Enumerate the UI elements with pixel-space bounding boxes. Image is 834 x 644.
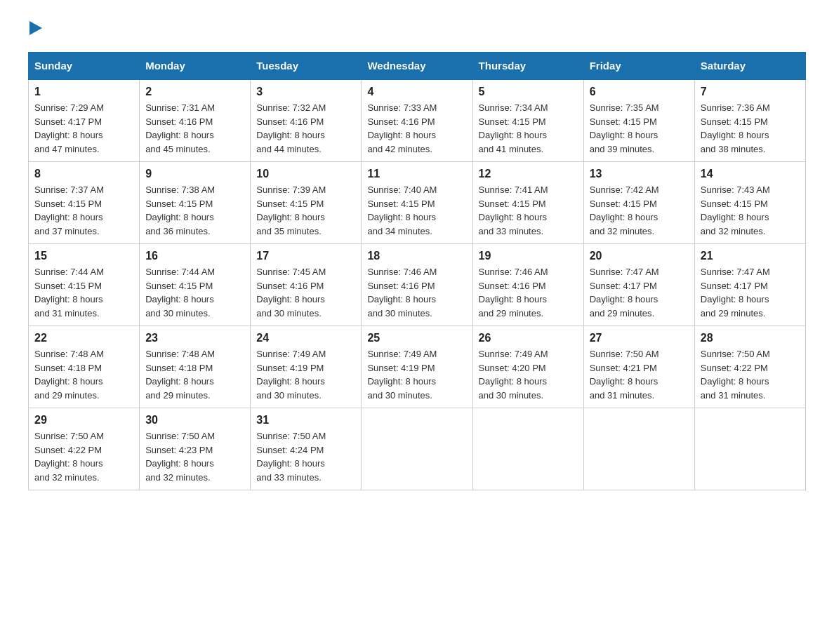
day-number: 11 (367, 168, 466, 180)
svg-marker-0 (29, 21, 42, 35)
day-cell-23: 23 Sunrise: 7:48 AM Sunset: 4:18 PM Dayl… (140, 326, 251, 408)
day-number: 3 (256, 86, 355, 98)
day-info: Sunrise: 7:50 AM Sunset: 4:24 PM Dayligh… (256, 429, 355, 484)
day-cell-18: 18 Sunrise: 7:46 AM Sunset: 4:16 PM Dayl… (362, 244, 472, 326)
day-number: 19 (479, 250, 578, 262)
day-cell-12: 12 Sunrise: 7:41 AM Sunset: 4:15 PM Dayl… (472, 162, 583, 244)
weekday-header-tuesday: Tuesday (251, 53, 362, 80)
weekday-header-row: SundayMondayTuesdayWednesdayThursdayFrid… (29, 53, 806, 80)
day-number: 21 (701, 250, 800, 262)
day-number: 5 (479, 86, 578, 98)
day-info: Sunrise: 7:46 AM Sunset: 4:16 PM Dayligh… (367, 265, 466, 320)
day-number: 8 (34, 168, 133, 180)
day-info: Sunrise: 7:49 AM Sunset: 4:19 PM Dayligh… (256, 347, 355, 402)
day-cell-1: 1 Sunrise: 7:29 AM Sunset: 4:17 PM Dayli… (29, 79, 140, 162)
calendar-table: SundayMondayTuesdayWednesdayThursdayFrid… (28, 52, 806, 490)
day-info: Sunrise: 7:41 AM Sunset: 4:15 PM Dayligh… (479, 183, 578, 238)
day-cell-19: 19 Sunrise: 7:46 AM Sunset: 4:16 PM Dayl… (472, 244, 583, 326)
weekday-header-wednesday: Wednesday (362, 53, 472, 80)
day-number: 13 (590, 168, 689, 180)
empty-cell (472, 408, 583, 490)
day-number: 24 (256, 332, 355, 344)
day-cell-11: 11 Sunrise: 7:40 AM Sunset: 4:15 PM Dayl… (362, 162, 472, 244)
day-info: Sunrise: 7:35 AM Sunset: 4:15 PM Dayligh… (590, 101, 689, 156)
day-number: 7 (701, 86, 800, 98)
day-cell-13: 13 Sunrise: 7:42 AM Sunset: 4:15 PM Dayl… (583, 162, 694, 244)
day-number: 28 (701, 332, 800, 344)
day-number: 27 (590, 332, 689, 344)
empty-cell (362, 408, 472, 490)
page-header (28, 21, 806, 38)
day-number: 1 (34, 86, 133, 98)
day-number: 25 (367, 332, 466, 344)
day-cell-24: 24 Sunrise: 7:49 AM Sunset: 4:19 PM Dayl… (251, 326, 362, 408)
day-cell-31: 31 Sunrise: 7:50 AM Sunset: 4:24 PM Dayl… (251, 408, 362, 490)
day-cell-6: 6 Sunrise: 7:35 AM Sunset: 4:15 PM Dayli… (583, 79, 694, 162)
day-number: 16 (145, 250, 244, 262)
day-info: Sunrise: 7:42 AM Sunset: 4:15 PM Dayligh… (590, 183, 689, 238)
day-info: Sunrise: 7:33 AM Sunset: 4:16 PM Dayligh… (367, 101, 466, 156)
day-cell-10: 10 Sunrise: 7:39 AM Sunset: 4:15 PM Dayl… (251, 162, 362, 244)
day-info: Sunrise: 7:38 AM Sunset: 4:15 PM Dayligh… (145, 183, 244, 238)
day-info: Sunrise: 7:50 AM Sunset: 4:23 PM Dayligh… (145, 429, 244, 484)
day-cell-29: 29 Sunrise: 7:50 AM Sunset: 4:22 PM Dayl… (29, 408, 140, 490)
week-row-3: 15 Sunrise: 7:44 AM Sunset: 4:15 PM Dayl… (29, 244, 806, 326)
day-number: 4 (367, 86, 466, 98)
day-info: Sunrise: 7:39 AM Sunset: 4:15 PM Dayligh… (256, 183, 355, 238)
empty-cell (694, 408, 805, 490)
day-cell-30: 30 Sunrise: 7:50 AM Sunset: 4:23 PM Dayl… (140, 408, 251, 490)
day-cell-8: 8 Sunrise: 7:37 AM Sunset: 4:15 PM Dayli… (29, 162, 140, 244)
day-cell-14: 14 Sunrise: 7:43 AM Sunset: 4:15 PM Dayl… (694, 162, 805, 244)
day-cell-16: 16 Sunrise: 7:44 AM Sunset: 4:15 PM Dayl… (140, 244, 251, 326)
day-info: Sunrise: 7:46 AM Sunset: 4:16 PM Dayligh… (479, 265, 578, 320)
day-info: Sunrise: 7:44 AM Sunset: 4:15 PM Dayligh… (145, 265, 244, 320)
empty-cell (583, 408, 694, 490)
day-cell-21: 21 Sunrise: 7:47 AM Sunset: 4:17 PM Dayl… (694, 244, 805, 326)
day-number: 30 (145, 414, 244, 427)
day-cell-9: 9 Sunrise: 7:38 AM Sunset: 4:15 PM Dayli… (140, 162, 251, 244)
day-number: 29 (34, 414, 133, 427)
day-info: Sunrise: 7:48 AM Sunset: 4:18 PM Dayligh… (145, 347, 244, 402)
day-cell-2: 2 Sunrise: 7:31 AM Sunset: 4:16 PM Dayli… (140, 79, 251, 162)
day-info: Sunrise: 7:37 AM Sunset: 4:15 PM Dayligh… (34, 183, 133, 238)
logo (28, 21, 42, 38)
day-info: Sunrise: 7:47 AM Sunset: 4:17 PM Dayligh… (590, 265, 689, 320)
weekday-header-monday: Monday (140, 53, 251, 80)
day-info: Sunrise: 7:29 AM Sunset: 4:17 PM Dayligh… (34, 101, 133, 156)
day-number: 23 (145, 332, 244, 344)
day-cell-22: 22 Sunrise: 7:48 AM Sunset: 4:18 PM Dayl… (29, 326, 140, 408)
day-info: Sunrise: 7:48 AM Sunset: 4:18 PM Dayligh… (34, 347, 133, 402)
day-info: Sunrise: 7:47 AM Sunset: 4:17 PM Dayligh… (701, 265, 800, 320)
day-info: Sunrise: 7:36 AM Sunset: 4:15 PM Dayligh… (701, 101, 800, 156)
day-info: Sunrise: 7:32 AM Sunset: 4:16 PM Dayligh… (256, 101, 355, 156)
day-cell-26: 26 Sunrise: 7:49 AM Sunset: 4:20 PM Dayl… (472, 326, 583, 408)
day-cell-15: 15 Sunrise: 7:44 AM Sunset: 4:15 PM Dayl… (29, 244, 140, 326)
weekday-header-sunday: Sunday (29, 53, 140, 80)
day-cell-3: 3 Sunrise: 7:32 AM Sunset: 4:16 PM Dayli… (251, 79, 362, 162)
day-cell-7: 7 Sunrise: 7:36 AM Sunset: 4:15 PM Dayli… (694, 79, 805, 162)
day-number: 15 (34, 250, 133, 262)
day-info: Sunrise: 7:40 AM Sunset: 4:15 PM Dayligh… (367, 183, 466, 238)
day-info: Sunrise: 7:34 AM Sunset: 4:15 PM Dayligh… (479, 101, 578, 156)
weekday-header-thursday: Thursday (472, 53, 583, 80)
day-info: Sunrise: 7:50 AM Sunset: 4:22 PM Dayligh… (701, 347, 800, 402)
day-number: 14 (701, 168, 800, 180)
day-info: Sunrise: 7:50 AM Sunset: 4:21 PM Dayligh… (590, 347, 689, 402)
weekday-header-saturday: Saturday (694, 53, 805, 80)
day-cell-5: 5 Sunrise: 7:34 AM Sunset: 4:15 PM Dayli… (472, 79, 583, 162)
week-row-2: 8 Sunrise: 7:37 AM Sunset: 4:15 PM Dayli… (29, 162, 806, 244)
day-cell-25: 25 Sunrise: 7:49 AM Sunset: 4:19 PM Dayl… (362, 326, 472, 408)
day-info: Sunrise: 7:31 AM Sunset: 4:16 PM Dayligh… (145, 101, 244, 156)
week-row-1: 1 Sunrise: 7:29 AM Sunset: 4:17 PM Dayli… (29, 79, 806, 162)
logo-triangle-icon (29, 21, 42, 35)
day-number: 18 (367, 250, 466, 262)
day-cell-28: 28 Sunrise: 7:50 AM Sunset: 4:22 PM Dayl… (694, 326, 805, 408)
week-row-5: 29 Sunrise: 7:50 AM Sunset: 4:22 PM Dayl… (29, 408, 806, 490)
day-cell-27: 27 Sunrise: 7:50 AM Sunset: 4:21 PM Dayl… (583, 326, 694, 408)
day-number: 9 (145, 168, 244, 180)
week-row-4: 22 Sunrise: 7:48 AM Sunset: 4:18 PM Dayl… (29, 326, 806, 408)
day-cell-20: 20 Sunrise: 7:47 AM Sunset: 4:17 PM Dayl… (583, 244, 694, 326)
day-info: Sunrise: 7:49 AM Sunset: 4:20 PM Dayligh… (479, 347, 578, 402)
day-info: Sunrise: 7:44 AM Sunset: 4:15 PM Dayligh… (34, 265, 133, 320)
weekday-header-friday: Friday (583, 53, 694, 80)
